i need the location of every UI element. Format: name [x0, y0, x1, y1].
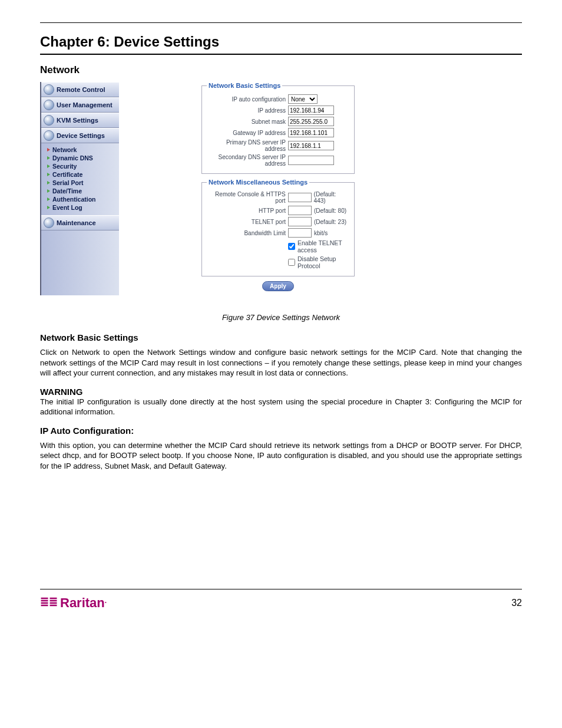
- label-gateway: Gateway IP address: [207, 130, 288, 136]
- arrow-icon: [47, 148, 50, 151]
- chapter-title: Chapter 6: Device Settings: [40, 34, 522, 50]
- label-sdns: Secondary DNS server IP address: [207, 154, 288, 167]
- gateway-input[interactable]: [288, 128, 334, 137]
- arrow-icon: [47, 156, 50, 160]
- warning-text: The initial IP configuration is usually …: [40, 397, 522, 417]
- sub-date-time[interactable]: Date/Time: [47, 187, 119, 195]
- ip-auto-heading: IP Auto Configuration:: [40, 426, 522, 436]
- disable-setup-checkbox[interactable]: [288, 259, 295, 266]
- label-telnet-port: TELNET port: [207, 219, 288, 225]
- telnet-port-input[interactable]: [288, 217, 312, 226]
- sub-event-log[interactable]: Event Log: [47, 203, 119, 212]
- arrow-icon: [47, 197, 50, 201]
- bandwidth-input[interactable]: [288, 228, 312, 238]
- telnet-hint: (Default: 23): [314, 219, 346, 225]
- wrench-icon: [44, 218, 54, 228]
- sub-certificate[interactable]: Certificate: [47, 170, 119, 179]
- legend-basic: Network Basic Settings: [207, 82, 282, 89]
- legend-misc: Network Miscellaneous Settings: [207, 179, 309, 186]
- network-settings-panel: Network Basic Settings IP auto configura…: [201, 82, 355, 295]
- https-port-input[interactable]: [288, 193, 312, 202]
- network-basic-fieldset: Network Basic Settings IP auto configura…: [201, 82, 355, 174]
- gear-icon: [44, 130, 54, 141]
- secondary-dns-input[interactable]: [288, 156, 334, 165]
- https-hint: (Default: 443): [314, 191, 349, 204]
- arrow-icon: [47, 206, 50, 209]
- label-http-port: HTTP port: [207, 207, 288, 214]
- arrow-icon: [47, 181, 50, 185]
- kvm-icon: [44, 115, 54, 126]
- sub-dynamic-dns[interactable]: Dynamic DNS: [47, 154, 119, 162]
- label-pdns: Primary DNS server IP address: [207, 139, 288, 152]
- nav-device-settings[interactable]: Device Settings: [41, 128, 119, 143]
- brand-logo: ≣≣ Raritan.: [40, 595, 107, 611]
- sub-authentication[interactable]: Authentication: [47, 195, 119, 203]
- telnet-checkbox[interactable]: [288, 243, 295, 250]
- arrow-icon: [47, 164, 50, 168]
- label-ip-addr: IP address: [207, 107, 288, 114]
- sub-serial-port[interactable]: Serial Port: [47, 179, 119, 187]
- figure-caption: Figure 37 Device Settings Network: [40, 313, 522, 322]
- page-number: 32: [511, 598, 522, 608]
- network-misc-fieldset: Network Miscellaneous Settings Remote Co…: [201, 179, 355, 276]
- sub-network[interactable]: Network: [47, 146, 119, 154]
- label-https-port: Remote Console & HTTPS port: [207, 191, 288, 204]
- section-title: Network: [40, 64, 522, 76]
- nav-user-management[interactable]: User Management: [41, 97, 119, 113]
- users-icon: [44, 100, 54, 110]
- basic-settings-heading: Network Basic Settings: [40, 332, 522, 342]
- nav-remote-control[interactable]: Remote Control: [41, 82, 119, 97]
- label-subnet: Subnet mask: [207, 118, 288, 125]
- apply-button[interactable]: Apply: [262, 281, 294, 291]
- ip-auto-select[interactable]: None: [288, 94, 318, 104]
- bw-hint: kbit/s: [314, 230, 328, 236]
- nav-maintenance[interactable]: Maintenance: [41, 215, 119, 230]
- primary-dns-input[interactable]: [288, 141, 334, 150]
- label-bw: Bandwidth Limit: [207, 230, 288, 236]
- disable-chk-label: Disable Setup Protocol: [297, 255, 349, 269]
- sub-security[interactable]: Security: [47, 162, 119, 170]
- ip-auto-text: With this option, you can determine whet…: [40, 440, 522, 472]
- device-settings-submenu: Network Dynamic DNS Security Certificate…: [41, 143, 119, 215]
- brand-icon: ≣≣: [40, 597, 58, 608]
- monitor-icon: [44, 84, 54, 95]
- arrow-icon: [47, 189, 50, 193]
- http-hint: (Default: 80): [314, 207, 346, 214]
- arrow-icon: [47, 173, 50, 176]
- warning-heading: WARNING: [40, 387, 522, 397]
- sidebar: Remote Control User Management KVM Setti…: [40, 82, 119, 295]
- nav-kvm-settings[interactable]: KVM Settings: [41, 113, 119, 128]
- ip-addr-input[interactable]: [288, 106, 334, 115]
- basic-settings-text: Click on Network to open the Network Set…: [40, 347, 522, 378]
- subnet-input[interactable]: [288, 117, 334, 126]
- label-ip-auto: IP auto configuration: [207, 96, 288, 103]
- http-port-input[interactable]: [288, 206, 312, 215]
- telnet-chk-label: Enable TELNET access: [297, 239, 349, 253]
